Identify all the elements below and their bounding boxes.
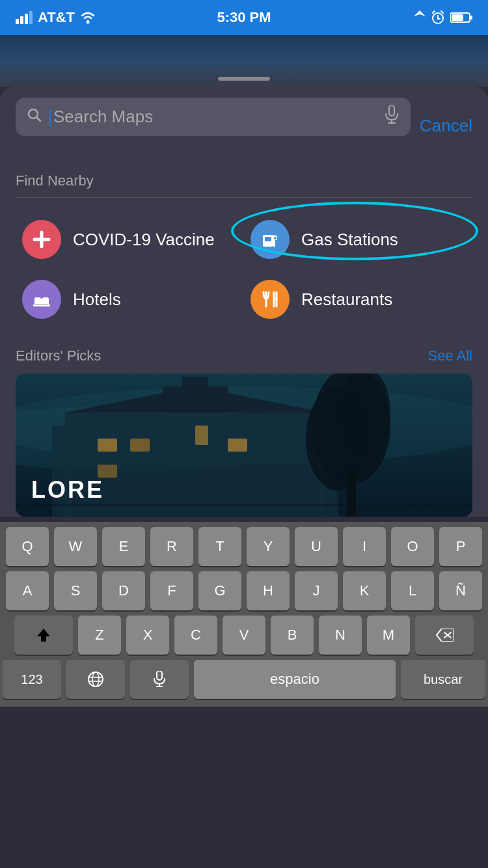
svg-rect-2 xyxy=(25,14,28,24)
key-n[interactable]: N xyxy=(319,616,362,655)
key-e[interactable]: E xyxy=(102,527,145,566)
keyboard-mic-key[interactable] xyxy=(130,660,189,699)
svg-rect-11 xyxy=(470,16,472,20)
key-l[interactable]: L xyxy=(391,571,434,610)
wifi-icon xyxy=(79,10,97,25)
status-left: AT&T xyxy=(16,9,97,26)
key-n-tilde[interactable]: Ñ xyxy=(439,571,482,610)
shift-key[interactable] xyxy=(14,616,73,655)
signal-icon xyxy=(16,11,34,24)
mic-icon[interactable] xyxy=(385,105,399,128)
category-item-hotels[interactable]: Hotels xyxy=(16,269,244,329)
svg-rect-15 xyxy=(389,105,394,116)
key-k[interactable]: K xyxy=(343,571,386,610)
globe-key[interactable] xyxy=(66,660,125,699)
delete-key[interactable] xyxy=(415,616,474,655)
see-all-button[interactable]: See All xyxy=(428,347,473,364)
category-item-gas[interactable]: Gas Stations xyxy=(244,210,472,269)
key-s[interactable]: S xyxy=(54,571,97,610)
key-w[interactable]: W xyxy=(54,527,97,566)
svg-point-55 xyxy=(88,672,103,686)
svg-rect-24 xyxy=(34,297,41,303)
key-p[interactable]: P xyxy=(439,527,482,566)
hotels-label: Hotels xyxy=(73,290,121,310)
svg-point-22 xyxy=(274,237,277,239)
category-item-restaurants[interactable]: Restaurants xyxy=(244,269,472,329)
location-icon xyxy=(414,10,426,25)
category-item-covid[interactable]: COVID-19 Vaccine xyxy=(16,210,244,269)
hotels-icon xyxy=(22,280,61,319)
status-right xyxy=(414,10,472,25)
pull-handle[interactable] xyxy=(218,77,270,81)
restaurants-label: Restaurants xyxy=(301,290,392,310)
search-icon xyxy=(27,108,42,126)
restaurants-icon xyxy=(251,280,290,319)
carrier-label: AT&T xyxy=(38,9,75,26)
svg-line-9 xyxy=(441,11,443,13)
svg-rect-25 xyxy=(42,297,49,303)
key-q[interactable]: Q xyxy=(6,527,49,566)
key-c[interactable]: C xyxy=(174,616,217,655)
keyboard-row-3: Z X C V B N M xyxy=(3,616,485,655)
space-key[interactable]: espacio xyxy=(194,660,396,699)
svg-point-4 xyxy=(87,21,90,24)
gas-icon xyxy=(251,220,290,259)
svg-rect-21 xyxy=(265,237,271,241)
covid-icon xyxy=(22,220,61,259)
bottom-sheet: Search Maps Cancel Find Nearby xyxy=(0,87,488,517)
keyboard-row-4: 123 espacio buscar xyxy=(3,660,485,699)
editors-picks-label: Editors' Picks xyxy=(16,347,101,364)
key-i[interactable]: I xyxy=(343,527,386,566)
svg-marker-52 xyxy=(37,629,50,642)
key-m[interactable]: M xyxy=(367,616,410,655)
alarm-icon xyxy=(431,10,445,25)
keyboard: Q W E R T Y U I O P A S D F G H J K L Ñ … xyxy=(0,522,488,707)
search-bar[interactable]: Search Maps xyxy=(16,98,411,136)
search-placeholder: Search Maps xyxy=(49,107,377,127)
covid-label: COVID-19 Vaccine xyxy=(73,230,215,250)
section-divider xyxy=(16,197,472,198)
keyboard-row-1: Q W E R T Y U I O P xyxy=(3,527,485,566)
key-b[interactable]: B xyxy=(271,616,314,655)
status-bar: AT&T 5:30 PM xyxy=(0,0,488,35)
svg-point-56 xyxy=(92,672,99,686)
status-time: 5:30 PM xyxy=(217,9,271,26)
key-y[interactable]: Y xyxy=(247,527,290,566)
gas-label: Gas Stations xyxy=(301,230,398,250)
svg-rect-59 xyxy=(157,671,162,680)
editors-card-title: LORE xyxy=(31,476,104,504)
svg-line-8 xyxy=(433,11,435,13)
key-u[interactable]: U xyxy=(295,527,338,566)
key-f[interactable]: F xyxy=(150,571,193,610)
key-r[interactable]: R xyxy=(150,527,193,566)
key-t[interactable]: T xyxy=(198,527,241,566)
key-g[interactable]: G xyxy=(198,571,241,610)
find-nearby-label: Find Nearby xyxy=(16,172,472,189)
map-area xyxy=(0,35,488,87)
category-grid: COVID-19 Vaccine Gas Stations xyxy=(16,210,472,329)
key-x[interactable]: X xyxy=(126,616,169,655)
keyboard-row-2: A S D F G H J K L Ñ xyxy=(3,571,485,610)
cancel-button[interactable]: Cancel xyxy=(420,116,472,136)
key-o[interactable]: O xyxy=(391,527,434,566)
svg-rect-12 xyxy=(452,14,463,21)
editors-card[interactable]: LORE xyxy=(16,373,472,517)
svg-rect-0 xyxy=(16,19,19,24)
key-h[interactable]: H xyxy=(247,571,290,610)
svg-rect-1 xyxy=(20,16,23,24)
svg-line-14 xyxy=(37,117,41,121)
key-z[interactable]: Z xyxy=(78,616,121,655)
key-d[interactable]: D xyxy=(102,571,145,610)
buscar-key[interactable]: buscar xyxy=(401,660,485,699)
key-a[interactable]: A xyxy=(6,571,49,610)
key-v[interactable]: V xyxy=(223,616,265,655)
key-j[interactable]: J xyxy=(295,571,338,610)
num-key[interactable]: 123 xyxy=(3,660,61,699)
svg-rect-3 xyxy=(29,11,33,24)
editors-picks-header: Editors' Picks See All xyxy=(16,347,472,364)
battery-icon xyxy=(450,12,472,23)
svg-rect-27 xyxy=(33,304,50,305)
